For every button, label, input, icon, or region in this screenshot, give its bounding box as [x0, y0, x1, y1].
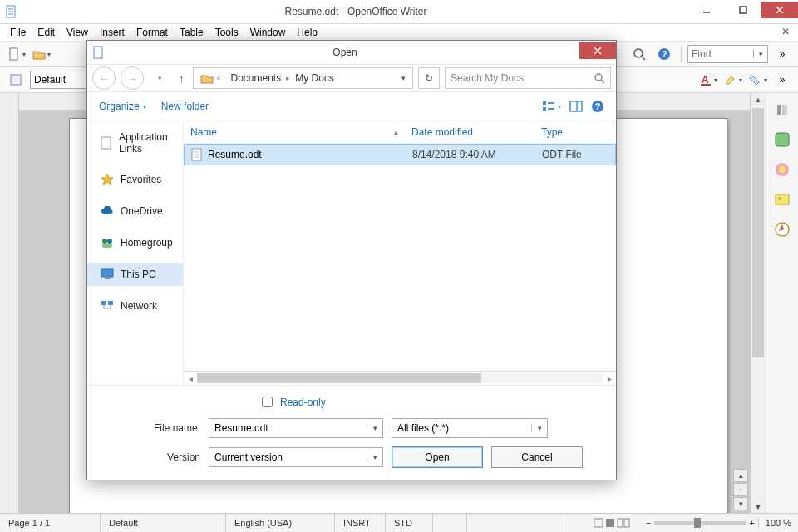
scroll-thumb[interactable] [752, 108, 764, 357]
svg-point-40 [107, 239, 112, 244]
filter-combo[interactable]: All files (*.*) ▾ [392, 418, 548, 438]
menu-window[interactable]: Window [245, 25, 291, 40]
breadcrumb-seg-0[interactable]: Documents [226, 72, 287, 84]
menu-tools[interactable]: Tools [210, 25, 244, 40]
menubar-close-icon[interactable]: ✕ [781, 26, 790, 37]
vertical-scrollbar[interactable]: ▲ ▼ [750, 93, 766, 514]
new-folder-button[interactable]: New folder [161, 101, 209, 112]
filename-dropdown-icon[interactable]: ▾ [367, 424, 382, 432]
file-list-hscroll[interactable]: ◂ ▸ [184, 371, 616, 385]
breadcrumb-seg-1[interactable]: My Docs [290, 72, 339, 84]
col-name[interactable]: Name▴ [184, 126, 405, 138]
filter-dropdown-icon[interactable]: ▾ [531, 424, 547, 432]
view-mode-button[interactable]: ▾ [542, 100, 561, 113]
app-title: Resume.odt - OpenOffice Writer [23, 6, 688, 17]
menu-format[interactable]: Format [131, 25, 173, 40]
dialog-help-icon[interactable]: ? [591, 100, 604, 113]
open-doc-button[interactable] [30, 44, 52, 64]
menu-help[interactable]: Help [292, 25, 323, 40]
status-page[interactable]: Page 1 / 1 [0, 514, 101, 532]
nav-history-dropdown[interactable]: ▾ [149, 68, 170, 88]
hscroll-thumb[interactable] [197, 373, 481, 383]
styles-panel-icon[interactable] [772, 160, 792, 180]
cloud-icon [101, 204, 114, 218]
open-button[interactable]: Open [392, 446, 483, 468]
nav-forward-button[interactable]: → [121, 66, 144, 90]
view-layout-icons[interactable] [586, 514, 639, 532]
col-date[interactable]: Date modified [405, 126, 534, 138]
dialog-titlebar: Open [87, 41, 616, 64]
dialog-footer: Read-only File name: Resume.odt ▾ All fi… [87, 385, 616, 480]
menu-file[interactable]: File [5, 25, 31, 40]
svg-rect-10 [11, 75, 21, 85]
status-sel[interactable]: STD [386, 514, 433, 532]
navigator-icon[interactable] [772, 219, 792, 239]
status-lang[interactable]: English (USA) [226, 514, 335, 532]
dialog-close-button[interactable] [579, 42, 616, 59]
breadcrumb-dropdown-icon[interactable]: ▾ [397, 74, 411, 82]
zoom-out-icon[interactable]: − [646, 518, 651, 528]
hscroll-left-icon[interactable]: ◂ [184, 374, 197, 383]
readonly-input[interactable] [262, 397, 273, 407]
next-page-icon[interactable]: ▾ [733, 497, 748, 510]
refresh-button[interactable]: ↻ [418, 67, 440, 89]
nav-up-button[interactable]: ↑ [175, 72, 188, 85]
version-dropdown-icon[interactable]: ▾ [367, 453, 382, 461]
find-input[interactable] [688, 48, 753, 60]
toolbar-overflow-icon[interactable]: » [771, 44, 793, 64]
font-color-button[interactable]: A [697, 70, 718, 90]
hscroll-right-icon[interactable]: ▸ [603, 374, 616, 383]
zoom-in-icon[interactable]: + [749, 518, 754, 528]
filename-combo[interactable]: Resume.odt ▾ [209, 418, 383, 438]
maximize-button[interactable] [725, 2, 761, 18]
minimize-button[interactable] [688, 2, 725, 18]
column-headers[interactable]: Name▴ Date modified Type [184, 121, 616, 144]
new-doc-button[interactable] [5, 44, 27, 64]
nav-item-onedrive[interactable]: OneDrive [87, 200, 183, 223]
prev-page-icon[interactable]: ▴ [733, 469, 748, 482]
readonly-checkbox[interactable]: Read-only [259, 394, 603, 410]
gallery-icon[interactable] [772, 190, 792, 209]
breadcrumb[interactable]: « Documents ▸ My Docs ▾ [193, 67, 414, 89]
find-dropdown-icon[interactable]: ▾ [753, 50, 767, 58]
scroll-down-icon[interactable]: ▼ [751, 500, 766, 514]
menu-edit[interactable]: Edit [32, 25, 60, 40]
preview-pane-button[interactable] [569, 100, 583, 113]
nav-item-homegroup[interactable]: Homegroup [87, 231, 183, 254]
breadcrumb-root-icon[interactable]: « [195, 72, 226, 84]
styles-icon[interactable] [5, 70, 27, 90]
zoom-tool-icon[interactable] [628, 44, 650, 64]
nav-item-app-links[interactable]: Application Links [87, 126, 183, 160]
zoom-control[interactable]: − + 100 % [639, 518, 798, 528]
zoom-slider[interactable] [654, 521, 746, 525]
nav-back-button[interactable]: ← [92, 66, 116, 90]
svg-rect-44 [101, 301, 106, 305]
help-icon[interactable]: ? [653, 44, 675, 64]
status-style[interactable]: Default [101, 514, 226, 532]
sidepanel-toggle-icon[interactable] [772, 100, 792, 120]
menu-table[interactable]: Table [175, 25, 209, 40]
bg-color-button[interactable] [746, 70, 768, 90]
close-button[interactable] [761, 2, 798, 18]
menu-view[interactable]: View [62, 25, 93, 40]
nav-item-favorites[interactable]: Favorites [87, 168, 183, 191]
svg-line-29 [601, 80, 604, 83]
properties-icon[interactable] [772, 130, 792, 150]
format-overflow-icon[interactable]: » [771, 70, 793, 90]
organize-button[interactable]: Organize [99, 101, 146, 112]
scroll-up-icon[interactable]: ▲ [751, 93, 766, 106]
menu-insert[interactable]: Insert [95, 25, 130, 40]
file-row[interactable]: Resume.odt 8/14/2018 9:40 AM ODT File [184, 144, 616, 165]
status-insert[interactable]: INSRT [335, 514, 386, 532]
zoom-value[interactable]: 100 % [758, 518, 791, 528]
find-box[interactable]: ▾ [687, 45, 768, 63]
nav-item-this-pc[interactable]: This PC [87, 263, 183, 286]
app-titlebar: Resume.odt - OpenOffice Writer [0, 0, 798, 24]
nav-item-network[interactable]: Network [87, 294, 183, 318]
dialog-search-box[interactable]: Search My Docs [445, 67, 611, 89]
version-combo[interactable]: Current version ▾ [209, 447, 383, 467]
nav-target-icon[interactable]: ◦ [733, 483, 748, 496]
highlight-button[interactable] [722, 70, 743, 90]
col-type[interactable]: Type [534, 126, 614, 138]
cancel-button[interactable]: Cancel [491, 446, 583, 468]
